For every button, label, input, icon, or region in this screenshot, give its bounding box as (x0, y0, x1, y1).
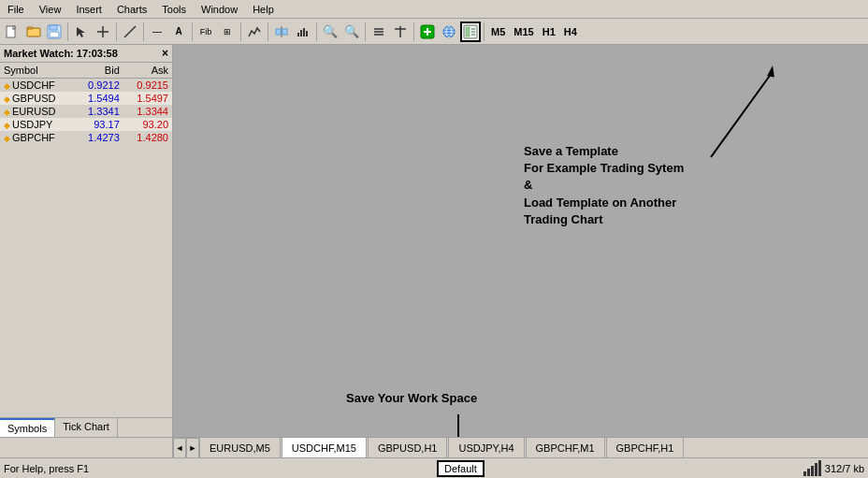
tab-symbols[interactable]: Symbols (0, 418, 55, 437)
table-row[interactable]: ◆GBPUSD 1.5494 1.5497 (0, 92, 172, 105)
bid-cell: 1.5494 (75, 92, 123, 105)
symbol-cell: ◆USDJPY (0, 118, 75, 131)
workspace-annotation: Save Your Work Space (346, 391, 477, 405)
menu-help[interactable]: Help (245, 2, 282, 17)
chart-tab[interactable]: USDCHF,M15 (282, 438, 367, 457)
template-button[interactable] (460, 22, 481, 42)
period-sep-button[interactable] (271, 22, 292, 42)
chart-tab[interactable]: USDJPY,H4 (448, 438, 524, 457)
symbol-icon: ◆ (4, 81, 10, 91)
svg-marker-6 (77, 27, 85, 37)
fib-button[interactable]: Fib (195, 22, 216, 42)
anno-line2: For Example Trading Sytem (524, 160, 684, 177)
zoomout-button[interactable]: 🔍 (341, 22, 362, 42)
menu-tools[interactable]: Tools (154, 2, 194, 17)
bar5 (818, 460, 821, 476)
svg-rect-11 (276, 29, 281, 35)
zoomin-button[interactable]: 🔍 (320, 22, 340, 42)
market-watch-close[interactable]: × (162, 47, 168, 60)
tab-scroll-left[interactable]: ◄ (173, 438, 186, 458)
svg-rect-5 (50, 32, 59, 37)
properties-button2[interactable] (390, 22, 411, 42)
sidebar-tabs: Symbols Tick Chart (0, 417, 172, 437)
open-button[interactable] (23, 22, 44, 42)
sep10 (484, 22, 485, 41)
symbol-cell: ◆GBPUSD (0, 92, 75, 105)
table-row[interactable]: ◆USDJPY 93.17 93.20 (0, 118, 172, 131)
tab-tick-chart[interactable]: Tick Chart (55, 418, 118, 437)
h4-button[interactable]: H4 (560, 22, 581, 42)
chart-tab[interactable]: GBPCHF,H1 (606, 438, 685, 457)
chart-area[interactable]: Save a Template For Example Trading Syte… (173, 45, 868, 437)
memory-usage: 312/7 kb (825, 463, 864, 474)
chart-tab[interactable]: GBPUSD,H1 (368, 438, 448, 457)
market-watch-table: Symbol Bid Ask ◆USDCHF 0.9212 0.9215 ◆GB… (0, 63, 172, 144)
symbol-cell: ◆EURUSD (0, 105, 75, 118)
market-watch-header: Market Watch: 17:03:58 × (0, 45, 172, 63)
add-indicator-button[interactable] (417, 22, 438, 42)
chart-type-button[interactable] (293, 22, 313, 42)
signal-bars (803, 460, 821, 476)
template-annotation: Save a Template For Example Trading Syte… (524, 143, 684, 228)
tab-scroll-right[interactable]: ► (186, 438, 199, 458)
browser-button[interactable] (439, 22, 459, 42)
chart-tab[interactable]: EURUSD,M5 (199, 438, 281, 457)
annotation-arrows-svg (173, 45, 868, 437)
chart-tab[interactable]: GBPCHF,M1 (526, 438, 605, 457)
sidebar-spacer (0, 438, 173, 457)
bar4 (815, 463, 817, 476)
symbol-cell: ◆GBPCHF (0, 131, 75, 144)
sep9 (413, 22, 414, 41)
text-button[interactable]: A (168, 22, 189, 42)
sidebar: Market Watch: 17:03:58 × Symbol Bid Ask … (0, 45, 173, 437)
menu-insert[interactable]: Insert (68, 2, 109, 17)
svg-rect-4 (50, 25, 57, 30)
ask-cell: 1.3344 (123, 105, 172, 118)
arrow-cursor-button[interactable] (71, 22, 92, 42)
h1-button[interactable]: H1 (539, 22, 559, 42)
tools2-button[interactable]: ⊞ (217, 22, 238, 42)
workspace-annotation-text: Save Your Work Space (346, 391, 477, 405)
anno-line4: Load Template on Another (524, 195, 684, 211)
menu-view[interactable]: View (32, 2, 69, 17)
chart-tabs-container: EURUSD,M5USDCHF,M15GBPUSD,H1USDJPY,H4GBP… (199, 438, 868, 457)
sep5 (240, 22, 241, 41)
save-button[interactable] (44, 22, 65, 42)
hline-button[interactable]: — (147, 22, 167, 42)
bid-cell: 0.9212 (75, 79, 123, 93)
symbol-icon: ◆ (4, 108, 10, 117)
properties-button1[interactable] (369, 22, 389, 42)
m15-button[interactable]: M15 (510, 22, 537, 42)
crosshair-button[interactable] (93, 22, 113, 42)
help-text: For Help, press F1 (4, 463, 308, 474)
bar1 (803, 471, 806, 476)
menu-file[interactable]: File (0, 2, 32, 17)
ask-cell: 1.4280 (123, 131, 172, 144)
market-watch-title: Market Watch: 17:03:58 (4, 48, 118, 59)
line-tool-button[interactable] (120, 22, 140, 42)
anno-line1: Save a Template (524, 143, 684, 160)
table-row[interactable]: ◆GBPCHF 1.4273 1.4280 (0, 131, 172, 144)
table-row[interactable]: ◆EURUSD 1.3341 1.3344 (0, 105, 172, 118)
sep1 (67, 22, 68, 41)
menu-window[interactable]: Window (194, 2, 245, 17)
sep8 (365, 22, 366, 41)
ask-cell: 93.20 (123, 118, 172, 131)
menu-charts[interactable]: Charts (109, 2, 154, 17)
bar3 (811, 466, 814, 476)
sep4 (192, 22, 193, 41)
bid-cell: 1.3341 (75, 105, 123, 118)
anno-line5: Trading Chart (524, 211, 684, 228)
svg-rect-31 (466, 27, 470, 36)
table-row[interactable]: ◆USDCHF 0.9212 0.9215 (0, 79, 172, 93)
svg-line-35 (711, 73, 772, 157)
symbol-icon: ◆ (4, 94, 10, 104)
col-bid: Bid (75, 63, 123, 79)
bar2 (807, 469, 810, 476)
new-chart-button[interactable] (2, 22, 22, 42)
sep7 (316, 22, 317, 41)
indicators-button[interactable] (244, 22, 265, 42)
chart-tabs-row: ◄ ► EURUSD,M5USDCHF,M15GBPUSD,H1USDJPY,H… (0, 437, 868, 457)
svg-line-9 (124, 26, 136, 37)
m5-button[interactable]: M5 (487, 22, 509, 42)
